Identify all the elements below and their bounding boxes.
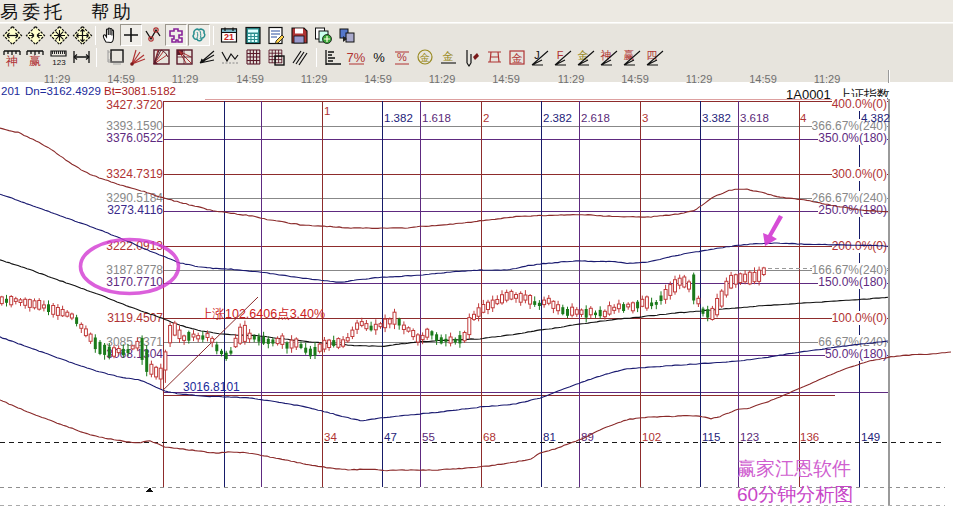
svg-text:赢: 赢 [624,49,635,61]
svg-text:金: 金 [578,49,589,61]
svg-text:赢: 赢 [29,54,41,68]
svg-text:123: 123 [52,58,66,67]
svg-text:金: 金 [512,52,523,64]
svg-text:神: 神 [5,54,18,68]
svg-text:21: 21 [224,32,234,42]
svg-text:7%: 7% [347,50,366,65]
svg-text:F: F [557,49,564,61]
svg-text:%: % [373,50,385,65]
svg-text:四: 四 [647,49,658,61]
svg-text:%: % [397,51,407,63]
svg-text:神: 神 [601,49,612,61]
svg-text:金: 金 [419,52,430,63]
svg-text:金: 金 [443,50,454,62]
